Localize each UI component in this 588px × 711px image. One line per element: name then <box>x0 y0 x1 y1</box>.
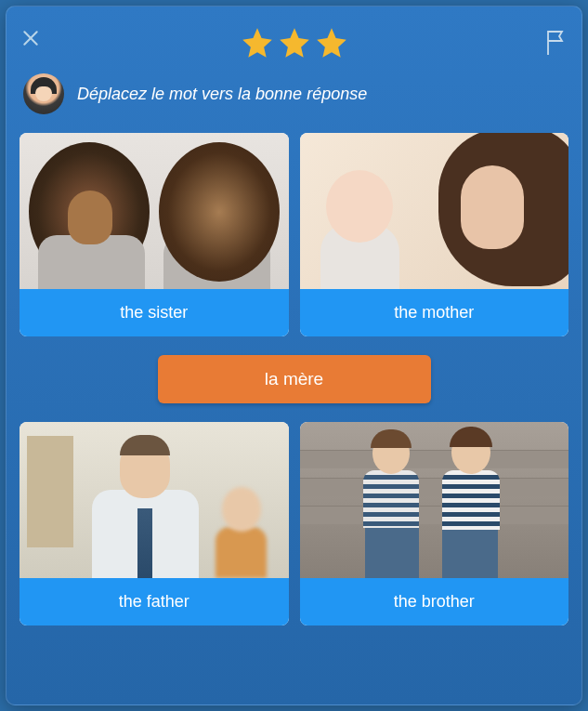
card-label: the sister <box>20 289 289 336</box>
card-label: the father <box>20 578 289 625</box>
instruction-text: Déplacez le mot vers la bonne réponse <box>77 85 367 104</box>
draggable-word[interactable]: la mère <box>158 355 431 403</box>
star-icon <box>277 25 312 60</box>
star-icon <box>240 25 275 60</box>
answer-card-sister[interactable]: the sister <box>20 133 289 336</box>
answer-card-brother[interactable]: the brother <box>300 422 569 625</box>
draggable-row: la mère <box>20 348 568 411</box>
card-image <box>20 422 289 578</box>
instruction-row: Déplacez le mot vers la bonne réponse <box>7 62 581 133</box>
card-image <box>20 133 289 289</box>
star-rating <box>240 25 349 60</box>
card-label: the brother <box>300 578 569 625</box>
answer-card-father[interactable]: the father <box>20 422 289 625</box>
answer-card-mother[interactable]: the mother <box>300 133 569 336</box>
card-image <box>300 422 569 578</box>
card-label: the mother <box>300 289 569 336</box>
exercise-modal: Déplacez le mot vers la bonne réponse th… <box>6 6 582 705</box>
card-image <box>300 133 569 289</box>
avatar <box>23 73 64 114</box>
flag-icon[interactable] <box>544 29 567 55</box>
header <box>7 7 581 62</box>
answer-grid: the sister the mother la mère the father <box>7 133 581 625</box>
star-icon <box>314 25 349 60</box>
close-icon[interactable] <box>21 29 40 47</box>
